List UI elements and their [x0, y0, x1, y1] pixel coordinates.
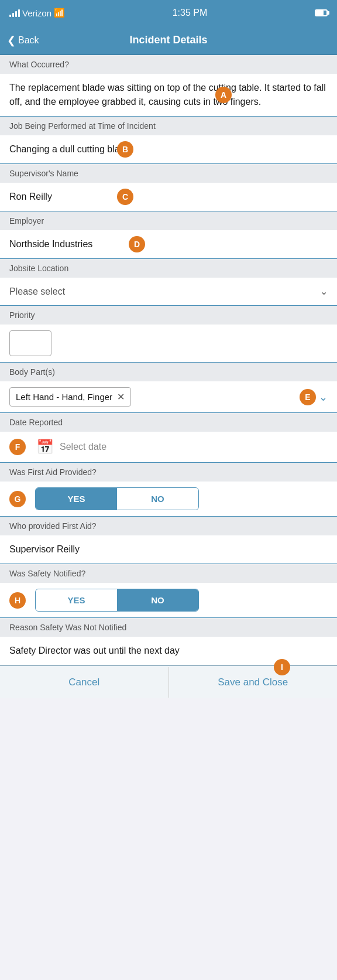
- job-performed-label: Job Being Performed at Time of Incident: [0, 117, 337, 135]
- safety-notified-yes-button[interactable]: YES: [36, 589, 117, 611]
- wifi-icon: 📶: [54, 8, 65, 18]
- nav-bar: ❮ Back Incident Details: [0, 26, 337, 55]
- signal-icon: [9, 9, 20, 17]
- body-part-tag-label: Left Hand - Hand, Finger: [16, 392, 112, 402]
- annotation-f: F: [9, 439, 26, 455]
- save-and-close-button[interactable]: Save and Close I: [168, 667, 338, 698]
- tag-remove-icon[interactable]: ✕: [117, 391, 125, 402]
- section-reason-safety: Reason Safety Was Not Notified Safety Di…: [0, 618, 337, 665]
- section-who-provided: Who provided First Aid? Supervisor Reill…: [0, 517, 337, 564]
- first-aid-yes-button[interactable]: YES: [36, 488, 117, 510]
- priority-field: [0, 325, 337, 363]
- annotation-i: I: [274, 659, 290, 675]
- section-safety-notified: Was Safety Notified? H YES NO: [0, 564, 337, 618]
- back-button[interactable]: ❮ Back: [7, 34, 39, 47]
- what-occurred-value: The replacement blade was sitting on top…: [0, 74, 337, 117]
- date-reported-field[interactable]: F 📅 Select date: [0, 432, 337, 463]
- date-reported-label: Date Reported: [0, 413, 337, 432]
- chevron-down-icon: ⌄: [320, 286, 328, 297]
- first-aid-toggle-row: G YES NO: [9, 487, 328, 510]
- job-performed-value: Changing a dull cutting blade. B: [0, 135, 337, 164]
- priority-input[interactable]: [9, 330, 51, 356]
- body-part-tag: Left Hand - Hand, Finger ✕: [9, 387, 131, 407]
- employer-value: Northside Industries D: [0, 230, 337, 259]
- section-supervisor-name: Supervisor's Name Ron Reilly C: [0, 164, 337, 211]
- supervisor-name-value: Ron Reilly C: [0, 183, 337, 211]
- status-bar: Verizon 📶 1:35 PM: [0, 0, 337, 26]
- jobsite-location-placeholder: Please select: [9, 286, 65, 297]
- jobsite-location-dropdown[interactable]: Please select ⌄: [0, 278, 337, 306]
- back-label: Back: [18, 35, 39, 46]
- battery-icon: [315, 9, 328, 16]
- who-provided-value: Supervisor Reilly: [0, 535, 337, 564]
- reason-safety-label: Reason Safety Was Not Notified: [0, 618, 337, 637]
- carrier-label: Verizon: [22, 8, 51, 18]
- jobsite-location-label: Jobsite Location: [0, 259, 337, 278]
- annotation-b: B: [117, 141, 133, 158]
- annotation-d: D: [129, 236, 145, 252]
- battery-area: [315, 9, 328, 16]
- section-what-occurred: What Occurred? The replacement blade was…: [0, 55, 337, 117]
- safety-notified-no-button[interactable]: NO: [117, 589, 198, 611]
- supervisor-name-label: Supervisor's Name: [0, 164, 337, 183]
- safety-notified-toggle-group: YES NO: [35, 589, 199, 612]
- employer-label: Employer: [0, 211, 337, 230]
- first-aid-label: Was First Aid Provided?: [0, 463, 337, 482]
- priority-label: Priority: [0, 306, 337, 325]
- annotation-e: E: [300, 389, 316, 405]
- annotation-c: C: [117, 189, 133, 205]
- section-jobsite-location: Jobsite Location Please select ⌄: [0, 259, 337, 306]
- first-aid-toggle-container: G YES NO: [0, 482, 337, 517]
- body-parts-field[interactable]: Left Hand - Hand, Finger ✕ E ⌄: [0, 381, 337, 413]
- section-date-reported: Date Reported F 📅 Select date: [0, 413, 337, 463]
- calendar-icon: 📅: [36, 439, 54, 455]
- safety-notified-label: Was Safety Notified?: [0, 564, 337, 583]
- what-occurred-label: What Occurred?: [0, 55, 337, 74]
- first-aid-toggle-group: YES NO: [35, 487, 199, 510]
- back-chevron-icon: ❮: [7, 34, 16, 47]
- first-aid-no-button[interactable]: NO: [117, 488, 198, 510]
- annotation-h: H: [9, 592, 26, 609]
- annotation-a: A: [215, 87, 232, 103]
- body-parts-label: Body Part(s): [0, 363, 337, 381]
- safety-notified-toggle-row: H YES NO: [9, 589, 328, 612]
- body-parts-chevron-icon: ⌄: [319, 391, 328, 404]
- bottom-bar: Cancel Save and Close I: [0, 665, 337, 698]
- section-first-aid: Was First Aid Provided? G YES NO: [0, 463, 337, 517]
- carrier-info: Verizon 📶: [9, 8, 65, 18]
- cancel-button[interactable]: Cancel: [0, 667, 168, 698]
- form-content: What Occurred? The replacement blade was…: [0, 55, 337, 665]
- status-time: 1:35 PM: [173, 8, 208, 18]
- safety-notified-toggle-container: H YES NO: [0, 583, 337, 618]
- section-employer: Employer Northside Industries D: [0, 211, 337, 259]
- who-provided-label: Who provided First Aid?: [0, 517, 337, 535]
- section-job-performed: Job Being Performed at Time of Incident …: [0, 117, 337, 164]
- section-priority: Priority: [0, 306, 337, 363]
- date-placeholder: Select date: [60, 442, 106, 452]
- section-body-parts: Body Part(s) Left Hand - Hand, Finger ✕ …: [0, 363, 337, 413]
- page-title: Incident Details: [129, 34, 207, 46]
- annotation-g: G: [9, 491, 26, 507]
